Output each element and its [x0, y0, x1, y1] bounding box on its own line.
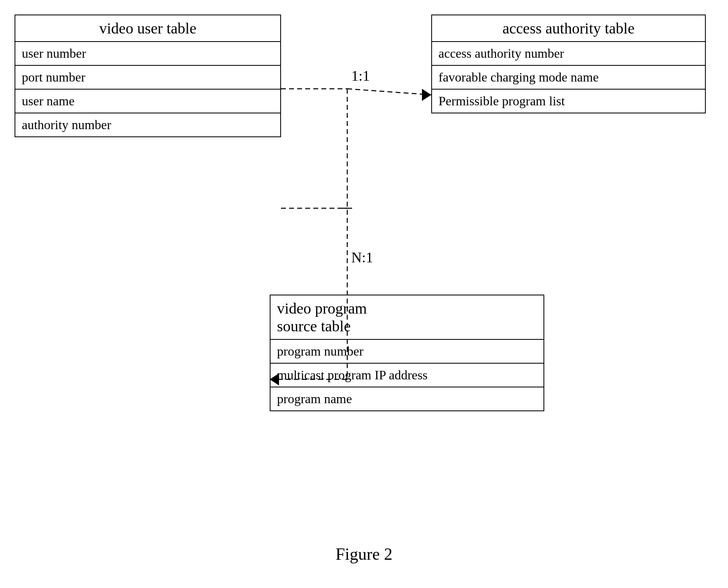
video-program-row-2: program name — [271, 387, 543, 410]
access-authority-row-1: favorable charging mode name — [432, 66, 705, 90]
access-authority-table: access authority table access authority … — [431, 15, 706, 113]
video-user-row-3: authority number — [15, 113, 280, 136]
arrow-1to1 — [422, 89, 431, 101]
video-program-row-0: program number — [271, 340, 543, 364]
label-1to1: 1:1 — [351, 68, 370, 84]
diagram-container: video user table user number port number… — [0, 0, 728, 588]
video-user-row-2: user name — [15, 90, 280, 113]
access-authority-table-header: access authority table — [432, 15, 705, 42]
relation-1to1-h2 — [347, 89, 431, 95]
figure-caption: Figure 2 — [0, 544, 728, 564]
video-user-row-0: user number — [15, 42, 280, 66]
access-authority-row-0: access authority number — [432, 42, 705, 66]
video-user-row-1: port number — [15, 66, 280, 90]
video-program-table: video program source table program numbe… — [270, 295, 544, 411]
access-authority-row-2: Permissible program list — [432, 90, 705, 113]
label-nto1: N:1 — [351, 249, 373, 266]
video-user-table-header: video user table — [15, 15, 280, 42]
video-program-table-header: video program source table — [271, 295, 543, 340]
video-program-row-1: multicast program IP address — [271, 364, 543, 387]
video-user-table: video user table user number port number… — [15, 15, 281, 137]
